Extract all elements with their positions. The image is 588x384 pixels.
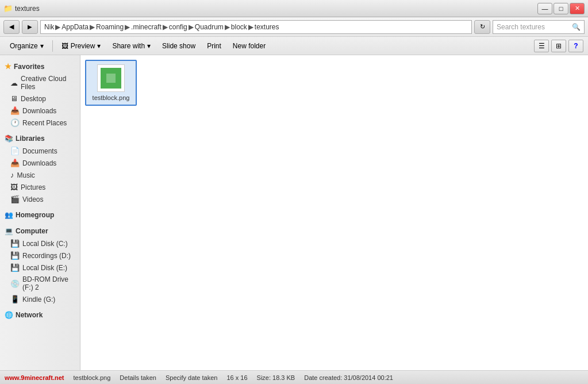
slideshow-label: Slide show: [162, 42, 195, 50]
window-icon: 📁: [3, 4, 13, 13]
sidebar-item-label: BD-ROM Drive (F:) 2: [22, 275, 75, 291]
sidebar-item-label: Local Disk (E:): [22, 264, 67, 272]
sidebar: ★ Favorites ☁ Creative Cloud Files 🖥 Des…: [0, 55, 80, 370]
homegroup-header[interactable]: 👥 Homegroup: [0, 209, 80, 221]
sidebar-item-local-disk-e[interactable]: 💾 Local Disk (E:): [0, 262, 80, 274]
sidebar-item-label: Downloads: [22, 107, 56, 115]
sidebar-item-downloads-fav[interactable]: 📥 Downloads: [0, 105, 80, 117]
path-arrow: ▶: [189, 23, 194, 31]
star-icon: ★: [5, 62, 11, 71]
sidebar-item-label: Kindle (G:): [22, 295, 55, 304]
organize-button[interactable]: Organize ▾: [5, 39, 49, 53]
minimize-button[interactable]: —: [537, 3, 552, 14]
pictures-icon: 🖼: [10, 183, 18, 191]
search-box[interactable]: Search textures 🔍: [493, 20, 585, 34]
sidebar-item-music[interactable]: ♪ Music: [0, 169, 80, 181]
favorites-header[interactable]: ★ Favorites: [0, 60, 80, 73]
print-button[interactable]: Print: [202, 39, 226, 53]
disk-d-icon: 💾: [10, 251, 20, 260]
network-icon: 🌐: [5, 311, 13, 319]
path-segment: Nik: [44, 23, 54, 31]
share-arrow: ▾: [147, 42, 151, 50]
path-segment: Quadrum: [195, 23, 224, 31]
preview-icon: 🖼: [62, 42, 68, 50]
kindle-icon: 📱: [10, 295, 20, 304]
favorites-label: Favorites: [14, 63, 44, 71]
sidebar-item-creative-cloud[interactable]: ☁ Creative Cloud Files: [0, 73, 80, 93]
computer-section: 💻 Computer 💾 Local Disk (C:) 💾 Recording…: [0, 225, 80, 305]
path-arrow: ▶: [55, 23, 60, 31]
path-arrow: ▶: [125, 23, 130, 31]
sidebar-item-desktop[interactable]: 🖥 Desktop: [0, 93, 80, 105]
address-path[interactable]: Nik ▶ AppData ▶ Roaming ▶ .minecraft ▶ c…: [40, 20, 472, 34]
preview-button[interactable]: 🖼 Preview ▾: [56, 39, 106, 53]
sidebar-item-label: Downloads: [22, 159, 56, 167]
addressbar: ◀ ▶ Nik ▶ AppData ▶ Roaming ▶ .minecraft…: [0, 17, 588, 37]
file-item-testblock[interactable]: testblock.png: [85, 60, 137, 106]
forward-button[interactable]: ▶: [22, 20, 38, 34]
sidebar-item-downloads[interactable]: 📥 Downloads: [0, 157, 80, 169]
sidebar-item-local-disk-c[interactable]: 💾 Local Disk (C:): [0, 237, 80, 249]
main-area: ★ Favorites ☁ Creative Cloud Files 🖥 Des…: [0, 55, 588, 370]
watermark: www.9minecraft.net: [5, 374, 64, 381]
network-header[interactable]: 🌐 Network: [0, 309, 80, 321]
view-grid-button[interactable]: ⊞: [551, 40, 566, 52]
library-icon: 📚: [5, 135, 13, 143]
maximize-button[interactable]: □: [554, 3, 568, 14]
path-arrow: ▶: [90, 23, 95, 31]
homegroup-label: Homegroup: [16, 211, 54, 219]
libraries-label: Libraries: [16, 135, 45, 143]
sidebar-item-documents[interactable]: 📄 Documents: [0, 145, 80, 157]
toolbar-divider: [52, 40, 53, 52]
titlebar-title: textures: [15, 5, 40, 13]
music-icon: ♪: [10, 171, 14, 179]
new-folder-button[interactable]: New folder: [228, 39, 271, 53]
organize-label: Organize: [10, 42, 38, 50]
back-button[interactable]: ◀: [3, 20, 20, 34]
svg-rect-1: [106, 74, 116, 83]
bd-rom-icon: 💿: [10, 279, 20, 288]
slideshow-button[interactable]: Slide show: [157, 39, 201, 53]
network-section: 🌐 Network: [0, 309, 80, 321]
sidebar-item-bd-rom-f[interactable]: 💿 BD-ROM Drive (F:) 2: [0, 274, 80, 293]
computer-header[interactable]: 💻 Computer: [0, 225, 80, 237]
preview-arrow: ▾: [97, 42, 101, 50]
view-list-button[interactable]: ☰: [534, 40, 549, 52]
share-with-button[interactable]: Share with ▾: [107, 39, 156, 53]
sidebar-item-kindle-g[interactable]: 📱 Kindle (G:): [0, 293, 80, 305]
toolbar: Organize ▾ 🖼 Preview ▾ Share with ▾ Slid…: [0, 37, 588, 55]
path-segment: block: [231, 23, 247, 31]
refresh-button[interactable]: ↻: [474, 20, 490, 34]
disk-c-icon: 💾: [10, 239, 20, 248]
statusbar-filename: testblock.png: [74, 374, 111, 381]
libraries-header[interactable]: 📚 Libraries: [0, 132, 80, 145]
favorites-section: ★ Favorites ☁ Creative Cloud Files 🖥 Des…: [0, 60, 80, 129]
path-segment: .minecraft: [131, 23, 162, 31]
statusbar-size: Size: 18.3 KB: [257, 374, 295, 381]
sidebar-item-recent-places[interactable]: 🕐 Recent Places: [0, 117, 80, 129]
help-button[interactable]: ?: [568, 40, 583, 52]
titlebar-buttons: — □ ✕: [537, 3, 585, 14]
toolbar-right: ☰ ⊞ ?: [534, 40, 583, 52]
file-area[interactable]: testblock.png: [80, 55, 588, 370]
search-icon: 🔍: [572, 23, 581, 31]
sidebar-item-recordings-d[interactable]: 💾 Recordings (D:): [0, 249, 80, 262]
file-icon-inner: [101, 68, 121, 89]
sidebar-item-pictures[interactable]: 🖼 Pictures: [0, 181, 80, 193]
sidebar-item-label: Desktop: [21, 95, 46, 103]
close-button[interactable]: ✕: [570, 3, 585, 14]
network-label: Network: [16, 311, 43, 319]
sidebar-item-label: Documents: [22, 147, 57, 155]
sidebar-item-label: Local Disk (C:): [22, 240, 68, 248]
path-segment: config: [169, 23, 187, 31]
path-segment: AppData: [62, 23, 89, 31]
sidebar-item-label: Videos: [22, 195, 43, 203]
sidebar-item-label: Recordings (D:): [22, 252, 71, 260]
sidebar-item-label: Recent Places: [22, 119, 67, 127]
statusbar-dimensions: 16 x 16: [226, 374, 247, 381]
desktop-icon: 🖥: [10, 94, 18, 103]
sidebar-item-videos[interactable]: 🎬 Videos: [0, 193, 80, 205]
statusbar-date-label: Specify date taken: [166, 374, 218, 381]
organize-arrow: ▾: [40, 42, 44, 50]
sidebar-item-label: Creative Cloud Files: [21, 75, 75, 91]
